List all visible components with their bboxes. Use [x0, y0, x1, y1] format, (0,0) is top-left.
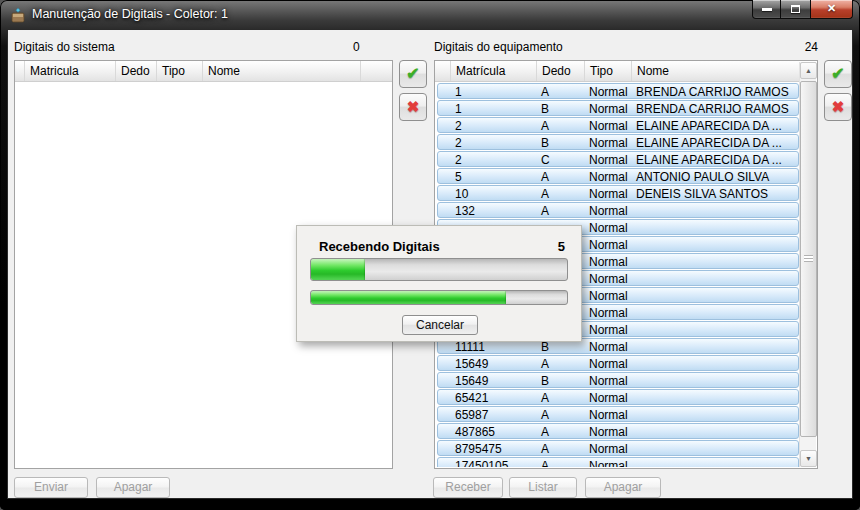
table-row[interactable]: 65421 A Normal — [437, 389, 799, 405]
cell-tipo: Normal — [584, 390, 631, 404]
cell-tipo: Normal — [584, 288, 631, 302]
row-indicator — [438, 186, 450, 200]
cell-nome: DENEIS SILVA SANTOS — [631, 186, 798, 200]
table-row[interactable]: 2 A Normal ELAINE APARECIDA DA ... — [437, 117, 799, 133]
system-delete-button[interactable]: ✖ — [399, 93, 427, 121]
cell-matricula: 487865 — [450, 424, 536, 438]
table-row[interactable]: 65987 A Normal — [437, 406, 799, 422]
titlebar[interactable]: Manutenção de Digitais - Coletor: 1 ✕ — [0, 0, 860, 30]
cell-nome — [631, 254, 798, 268]
cell-matricula: 8795475 — [450, 441, 536, 455]
minimize-button[interactable] — [752, 0, 781, 19]
equipment-approve-button[interactable]: ✔ — [824, 60, 852, 88]
system-panel-label: Digitais do sistema — [14, 40, 115, 54]
cell-dedo: A — [536, 118, 584, 132]
cell-tipo: Normal — [584, 203, 631, 217]
cell-dedo: A — [536, 424, 584, 438]
cell-nome — [631, 305, 798, 319]
system-col-dedo[interactable]: Dedo — [116, 61, 157, 81]
equipment-col-nome[interactable]: Nome — [632, 61, 800, 81]
cancel-button[interactable]: Cancelar — [402, 315, 478, 335]
cell-tipo: Normal — [584, 271, 631, 285]
scrollbar-grip-icon — [804, 255, 813, 262]
table-row[interactable]: 8795475 A Normal — [437, 440, 799, 456]
cell-tipo: Normal — [584, 101, 631, 115]
maximize-icon — [791, 5, 800, 13]
table-row[interactable]: 487865 A Normal — [437, 423, 799, 439]
table-row[interactable]: 2 B Normal ELAINE APARECIDA DA ... — [437, 134, 799, 150]
cell-nome: ELAINE APARECIDA DA ... — [631, 118, 798, 132]
cell-matricula: 2 — [450, 135, 536, 149]
equipment-col-indicator — [435, 61, 451, 81]
cell-matricula: 2 — [450, 118, 536, 132]
cell-tipo: Normal — [584, 356, 631, 370]
cell-matricula: 15649 — [450, 356, 536, 370]
table-row[interactable]: 10 A Normal DENEIS SILVA SANTOS — [437, 185, 799, 201]
equipment-delete-button[interactable]: ✖ — [824, 93, 852, 121]
cell-nome — [631, 237, 798, 251]
table-row[interactable]: 17450105 A Normal — [437, 457, 799, 467]
delete-system-button[interactable]: Apagar — [96, 477, 170, 498]
cell-matricula: 5 — [450, 169, 536, 183]
equipment-grid-header: Matrícula Dedo Tipo Nome — [435, 61, 800, 82]
equipment-scrollbar[interactable]: ▲ ▼ — [799, 62, 816, 467]
cell-nome — [631, 271, 798, 285]
cell-nome: BRENDA CARRIJO RAMOS — [631, 84, 798, 98]
table-row[interactable]: 1 B Normal BRENDA CARRIJO RAMOS — [437, 100, 799, 116]
cell-dedo: A — [536, 458, 584, 467]
cell-dedo: A — [536, 407, 584, 421]
cell-matricula: 15649 — [450, 373, 536, 387]
maximize-button[interactable] — [781, 0, 810, 19]
row-indicator — [438, 152, 450, 166]
cell-nome: ELAINE APARECIDA DA ... — [631, 152, 798, 166]
progress-bar-total — [310, 290, 568, 305]
table-row[interactable]: 15649 A Normal — [437, 355, 799, 371]
system-col-nome[interactable]: Nome — [203, 61, 361, 81]
cell-nome — [631, 424, 798, 438]
table-row[interactable]: 2 C Normal ELAINE APARECIDA DA ... — [437, 151, 799, 167]
equipment-count: 24 — [778, 40, 818, 54]
system-grid-header: Matricula Dedo Tipo Nome — [15, 61, 392, 82]
system-approve-button[interactable]: ✔ — [399, 60, 427, 88]
cell-nome — [631, 458, 798, 467]
table-row[interactable]: 132 A Normal — [437, 202, 799, 218]
close-button[interactable]: ✕ — [810, 0, 853, 19]
equipment-col-matricula[interactable]: Matrícula — [451, 61, 537, 81]
cell-matricula: 10 — [450, 186, 536, 200]
system-col-matricula[interactable]: Matricula — [25, 61, 116, 81]
cell-dedo: A — [536, 186, 584, 200]
row-indicator — [438, 101, 450, 115]
send-button[interactable]: Enviar — [14, 477, 88, 498]
table-row[interactable]: 15649 B Normal — [437, 372, 799, 388]
scroll-down-icon[interactable]: ▼ — [800, 450, 817, 467]
system-col-tipo[interactable]: Tipo — [157, 61, 203, 81]
cell-dedo: B — [536, 135, 584, 149]
receive-button[interactable]: Receber — [433, 477, 503, 498]
table-row[interactable]: 5 A Normal ANTONIO PAULO SILVA — [437, 168, 799, 184]
dialog-count: 5 — [558, 239, 565, 254]
cell-matricula: 17450105 — [450, 458, 536, 467]
row-indicator — [438, 441, 450, 455]
scrollbar-thumb[interactable] — [800, 81, 817, 437]
table-row[interactable]: 1 A Normal BRENDA CARRIJO RAMOS — [437, 83, 799, 99]
cell-dedo: C — [536, 152, 584, 166]
cell-tipo: Normal — [584, 169, 631, 183]
equipment-col-dedo[interactable]: Dedo — [537, 61, 585, 81]
cell-matricula: 132 — [450, 203, 536, 217]
list-button[interactable]: Listar — [509, 477, 577, 498]
client-area: Digitais do sistema 0 Matricula Dedo Tip… — [8, 30, 852, 498]
cell-tipo: Normal — [584, 441, 631, 455]
cell-tipo: Normal — [584, 186, 631, 200]
cell-dedo: A — [536, 441, 584, 455]
cell-nome — [631, 373, 798, 387]
system-count: 0 — [353, 40, 373, 54]
cell-matricula: 65421 — [450, 390, 536, 404]
x-icon: ✖ — [832, 98, 845, 115]
equipment-col-tipo[interactable]: Tipo — [585, 61, 632, 81]
row-indicator — [438, 169, 450, 183]
delete-equipment-button[interactable]: Apagar — [585, 477, 661, 498]
scroll-up-icon[interactable]: ▲ — [800, 62, 817, 79]
cell-tipo: Normal — [584, 237, 631, 251]
cell-tipo: Normal — [584, 339, 631, 353]
cell-tipo: Normal — [584, 152, 631, 166]
